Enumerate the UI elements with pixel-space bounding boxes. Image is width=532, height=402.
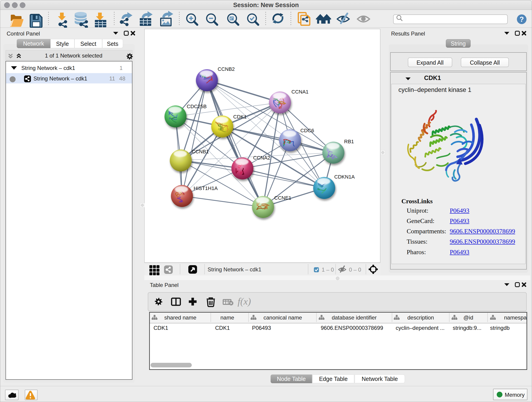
svg-text:name: name [220,314,234,321]
svg-text:RB1: RB1 [344,139,354,144]
svg-text:P06493: P06493 [252,325,271,331]
svg-text:CCNB2: CCNB2 [218,66,235,72]
svg-text:database identifier: database identifier [332,314,377,321]
svg-text:stringdb:9...: stringdb:9... [453,325,481,331]
svg-text:CCNA1: CCNA1 [291,89,309,95]
svg-text:canonical name: canonical name [264,314,302,321]
svg-text:shared name: shared name [164,314,196,321]
svg-text:CCNA2: CCNA2 [253,155,270,161]
svg-text:@id: @id [463,314,473,321]
svg-text:description: description [407,314,434,321]
svg-text:HIST1H1A: HIST1H1A [194,185,218,191]
svg-text:?: ? [520,15,524,23]
svg-text:CDC6: CDC6 [300,128,314,133]
svg-text:namespace: namespace [504,314,527,321]
svg-text:CDK1: CDK1 [215,325,230,331]
svg-text:cyclin–dependent ...: cyclin–dependent ... [396,325,444,331]
svg-text:CCNE1: CCNE1 [274,195,291,201]
svg-text:CCNB1: CCNB1 [192,149,209,154]
svg-text:String Network – cdk1: String Network – cdk1 [208,266,261,273]
svg-text:9606.ENSP00000378699: 9606.ENSP00000378699 [321,325,383,331]
svg-text:0 – 0: 0 – 0 [349,267,361,273]
svg-text:f(x): f(x) [238,296,251,307]
svg-text:CDC25B: CDC25B [187,104,207,109]
svg-text:stringdb: stringdb [490,325,510,331]
svg-text:CDKN1A: CDKN1A [334,174,355,180]
svg-text:CDK1: CDK1 [153,325,168,331]
svg-text:CDK1: CDK1 [233,114,247,120]
svg-text:1 – 0: 1 – 0 [322,267,334,273]
